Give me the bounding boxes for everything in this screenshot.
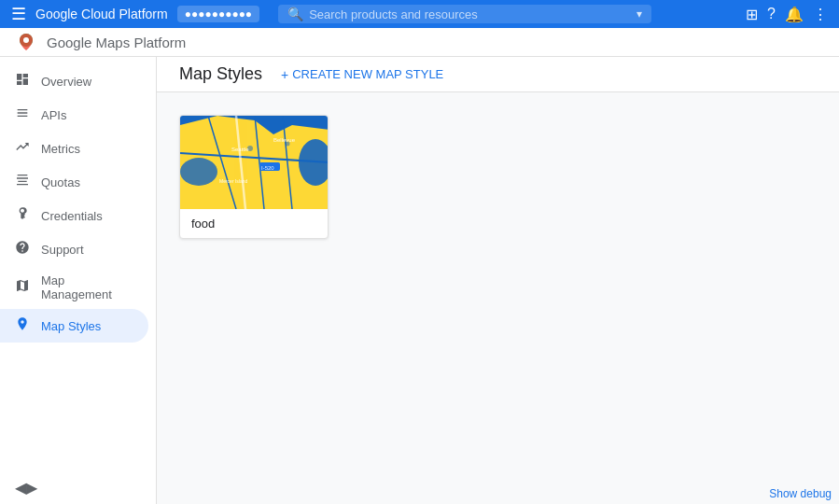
sidebar-collapse-button[interactable]: ◀▶ [0, 471, 156, 504]
sidebar-label-metrics: Metrics [41, 142, 80, 156]
map-style-card-food[interactable]: Seattle Bellevue Mercer Island I-520 foo… [179, 115, 329, 239]
sidebar-items: Overview APIs Metrics Quotas [0, 64, 156, 343]
search-icon: 🔍 [287, 7, 303, 21]
map-thumbnail: Seattle Bellevue Mercer Island I-520 [180, 116, 329, 209]
svg-text:I-520: I-520 [261, 165, 274, 171]
credentials-icon [15, 206, 30, 225]
help-icon[interactable]: ? [767, 6, 776, 22]
create-icon: + [281, 67, 288, 82]
sidebar: Overview APIs Metrics Quotas [0, 57, 157, 504]
support-icon [15, 240, 30, 259]
svg-text:Seattle: Seattle [231, 147, 249, 152]
secondbar-title: Google Maps Platform [47, 35, 186, 50]
sidebar-label-credentials: Credentials [41, 209, 103, 223]
sidebar-item-apis[interactable]: APIs [0, 98, 148, 132]
apps-icon[interactable]: ⊞ [746, 6, 758, 23]
svg-point-1 [23, 37, 29, 43]
sidebar-label-quotas: Quotas [41, 175, 80, 189]
sidebar-label-overview: Overview [41, 75, 91, 89]
topbar-title: Google Cloud Platform [35, 7, 168, 21]
secondbar: Google Maps Platform [0, 28, 839, 57]
sidebar-item-credentials[interactable]: Credentials [0, 199, 148, 232]
topbar-right-icons: ⊞ ? 🔔 ⋮ [746, 6, 828, 23]
apis-icon [15, 105, 30, 124]
create-btn-label: CREATE NEW MAP STYLE [292, 67, 443, 81]
notification-icon[interactable]: 🔔 [785, 6, 804, 23]
search-dropdown-icon[interactable]: ▾ [636, 7, 642, 21]
sidebar-item-support[interactable]: Support [0, 232, 148, 266]
google-maps-logo [15, 31, 37, 53]
topbar-account[interactable]: ●●●●●●●●●● [177, 6, 259, 22]
overview-icon [15, 72, 30, 91]
sidebar-label-map-styles: Map Styles [41, 319, 101, 333]
svg-point-9 [180, 158, 217, 186]
content-header: Map Styles + CREATE NEW MAP STYLE [157, 57, 839, 92]
menu-icon[interactable]: ☰ [11, 4, 26, 24]
sidebar-item-quotas[interactable]: Quotas [0, 165, 148, 199]
content-area: Map Styles + CREATE NEW MAP STYLE [157, 57, 839, 504]
search-input[interactable] [309, 7, 633, 21]
metrics-icon [15, 139, 30, 158]
sidebar-item-metrics[interactable]: Metrics [0, 132, 148, 165]
sidebar-item-map-styles[interactable]: Map Styles [0, 309, 148, 343]
quotas-icon [15, 173, 30, 191]
sidebar-item-overview[interactable]: Overview [0, 64, 148, 98]
page-title: Map Styles [179, 64, 262, 84]
sidebar-item-map-management[interactable]: Map Management [0, 266, 148, 309]
sidebar-label-support: Support [41, 243, 84, 257]
sidebar-label-map-management: Map Management [41, 273, 133, 301]
topbar: ☰ Google Cloud Platform ●●●●●●●●●● 🔍 ▾ ⊞… [0, 0, 839, 28]
show-debug-button[interactable]: Show debug [762, 483, 839, 504]
cards-area: Seattle Bellevue Mercer Island I-520 foo… [157, 92, 839, 261]
create-new-map-style-button[interactable]: + CREATE NEW MAP STYLE [281, 67, 443, 82]
svg-text:Bellevue: Bellevue [273, 137, 296, 143]
search-box: 🔍 ▾ [278, 5, 651, 23]
sidebar-label-apis: APIs [41, 108, 66, 122]
more-icon[interactable]: ⋮ [813, 6, 828, 23]
svg-text:Mercer Island: Mercer Island [219, 178, 248, 184]
main-layout: Overview APIs Metrics Quotas [0, 57, 839, 504]
map-style-label: food [180, 209, 328, 238]
map-styles-icon [15, 316, 30, 335]
map-management-icon [15, 278, 30, 297]
